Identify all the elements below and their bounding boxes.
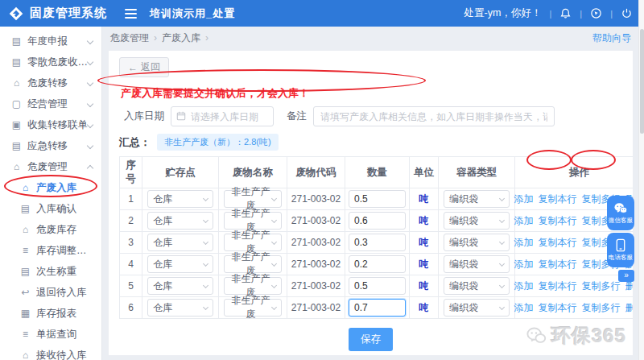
form-icon: ▤	[10, 35, 23, 47]
waste-code-cell: 271-003-02	[287, 275, 345, 297]
remark-input[interactable]	[313, 106, 555, 126]
power-icon[interactable]	[621, 7, 633, 19]
storage-point-select[interactable]: 仓库	[147, 190, 213, 208]
sidebar-item-年度申报[interactable]: ▤ 年度申报	[0, 31, 101, 52]
sidebar-item-产废入库[interactable]: ⌂ 产废入库	[0, 177, 101, 198]
sidebar-item-库存报表[interactable]: ▦ 库存报表	[0, 303, 101, 324]
action-复制本行[interactable]: 复制本行	[539, 192, 577, 206]
quantity-input[interactable]	[349, 299, 406, 317]
breadcrumb-separator: ›	[154, 32, 157, 43]
row-index: 2	[120, 210, 142, 232]
action-复制本行[interactable]: 复制本行	[539, 279, 577, 293]
storage-point-select[interactable]: 仓库	[147, 212, 213, 230]
sidebar-item-单据查询[interactable]: ≡ 单据查询	[0, 324, 101, 345]
sidebar-item-库存调整列表[interactable]: ≡ 库存调整列表	[0, 240, 101, 261]
waste-name-select[interactable]: 非生产产废	[224, 255, 282, 273]
sidebar-item-入库确认[interactable]: ▤ 入库确认	[0, 198, 101, 219]
quantity-input[interactable]	[349, 277, 406, 295]
home-icon: ⌂	[19, 350, 31, 360]
waste-name-select[interactable]: 非生产产废	[224, 190, 282, 208]
sidebar-item-收集转移联单[interactable]: ▣ 收集转移联单	[0, 114, 101, 135]
form-icon: ▤	[10, 140, 23, 151]
action-添加[interactable]: 添加	[514, 192, 534, 206]
inbound-date-input[interactable]	[171, 106, 274, 126]
container-type-select[interactable]: 编织袋	[444, 299, 510, 317]
sidebar-item-危废库存[interactable]: ⌂ 危废库存	[0, 219, 101, 240]
sidebar-item-危废转移[interactable]: ⌂ 危废转移	[0, 72, 101, 93]
page-scrollbar[interactable]	[638, 0, 644, 360]
home-icon: ⌂	[19, 182, 31, 193]
scrollbar-thumb[interactable]	[640, 29, 644, 134]
action-复制本行[interactable]: 复制本行	[539, 214, 577, 228]
waste-code-cell: 271-003-02	[287, 188, 345, 210]
container-type-select[interactable]: 编织袋	[444, 277, 510, 295]
remark-label: 备注	[287, 110, 307, 123]
widget-collapse-button[interactable]: »	[618, 270, 634, 282]
breadcrumb-item-hazard-mgmt[interactable]: 危废管理	[110, 31, 149, 45]
quantity-input[interactable]	[349, 212, 406, 230]
help-guide-link[interactable]: 帮助向导	[592, 31, 631, 45]
bell-icon[interactable]	[559, 7, 572, 19]
action-添加[interactable]: 添加	[514, 301, 534, 315]
hamburger-menu-icon[interactable]	[125, 9, 137, 19]
action-添加[interactable]: 添加	[514, 236, 534, 250]
sidebar-item-label: 危废管理	[27, 160, 88, 174]
container-type-select[interactable]: 编织袋	[444, 190, 510, 208]
storage-point-select[interactable]: 仓库	[147, 255, 213, 273]
breadcrumb-item-waste-inbound[interactable]: 产废入库	[162, 31, 200, 45]
sidebar-item-label: 入库确认	[36, 202, 95, 216]
col-header-废物代码: 废物代码	[287, 157, 345, 188]
quantity-input[interactable]	[349, 255, 406, 273]
table-row: 6 仓库 非生产产废 271-003-02 吨 编织袋 添加复制本行复制多行删除	[120, 297, 634, 319]
action-复制本行[interactable]: 复制本行	[539, 236, 577, 250]
chevron-down-icon	[87, 143, 93, 149]
app-logo: 固废管理系统	[8, 6, 107, 22]
form-icon: ▤	[10, 56, 23, 68]
storage-point-select[interactable]: 仓库	[147, 299, 213, 317]
action-删除[interactable]: 删除	[625, 301, 634, 315]
phone-icon	[615, 238, 626, 252]
storage-point-select[interactable]: 仓库	[147, 234, 213, 251]
sidebar-item-退回待入库[interactable]: ↩ 退回待入库	[0, 282, 101, 303]
save-button[interactable]: 保存	[349, 328, 393, 351]
action-添加[interactable]: 添加	[514, 214, 534, 228]
chevron-down-icon	[87, 122, 93, 128]
action-复制本行[interactable]: 复制本行	[539, 258, 577, 271]
wechat-service-button[interactable]: 微信客服	[607, 196, 634, 230]
action-复制本行[interactable]: 复制本行	[539, 301, 577, 315]
sidebar-item-零散危废收集填报[interactable]: ▤ 零散危废收集填报	[0, 52, 101, 72]
guide-icon[interactable]	[590, 7, 602, 19]
sidebar-item-次生称重[interactable]: ▤ 次生称重	[0, 261, 101, 282]
sidebar-item-label: 库存报表	[36, 307, 95, 321]
calendar-icon	[176, 111, 186, 121]
sidebar-item-label: 产废入库	[36, 181, 95, 195]
back-button[interactable]: ← 返回	[119, 57, 169, 77]
phone-service-button[interactable]: 电话客服	[607, 233, 634, 267]
container-type-select[interactable]: 编织袋	[444, 212, 510, 230]
sidebar-item-label: 年度申报	[27, 35, 88, 48]
list-icon: ≡	[19, 329, 31, 340]
waste-code-cell: 271-003-02	[287, 254, 345, 275]
table-row: 4 仓库 非生产产废 271-003-02 吨 编织袋 添加复制本行复制多行删除	[120, 254, 634, 275]
home-icon: ⌂	[10, 161, 23, 172]
waste-name-select[interactable]: 非生产产废	[224, 234, 282, 251]
waste-name-select[interactable]: 非生产产废	[224, 212, 282, 230]
sidebar-item-经营管理[interactable]: ▢ 经营管理	[0, 93, 101, 114]
waste-name-select[interactable]: 非生产产废	[224, 277, 282, 295]
sidebar-item-危废管理[interactable]: ⌂ 危废管理	[0, 156, 101, 177]
quantity-input[interactable]	[349, 234, 406, 251]
sidebar-item-label: 单据查询	[36, 328, 95, 341]
breadcrumb: 危废管理 › 产废入库 › 帮助向导	[102, 27, 644, 48]
action-添加[interactable]: 添加	[514, 258, 534, 271]
sidebar-item-应急转移[interactable]: ▤ 应急转移	[0, 135, 101, 156]
chevron-down-icon	[499, 217, 505, 222]
waste-name-select[interactable]: 非生产产废	[224, 299, 282, 317]
action-添加[interactable]: 添加	[514, 279, 534, 293]
container-type-select[interactable]: 编织袋	[444, 234, 510, 251]
quantity-input[interactable]	[349, 190, 406, 208]
container-type-select[interactable]: 编织袋	[444, 255, 510, 273]
storage-point-select[interactable]: 仓库	[147, 277, 213, 295]
monitor2-icon: ▣	[10, 119, 23, 130]
action-复制多行[interactable]: 复制多行	[582, 301, 621, 315]
sidebar-item-接收待入库[interactable]: ⌂ 接收待入库	[0, 345, 101, 360]
